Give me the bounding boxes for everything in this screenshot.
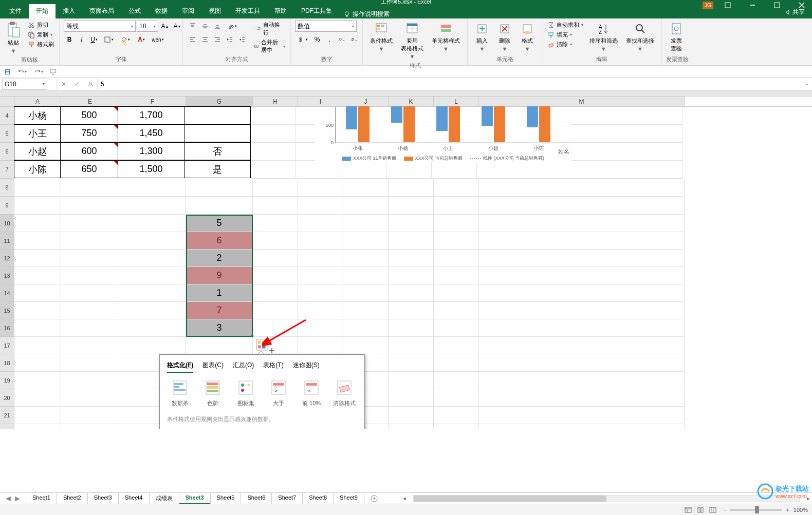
col-header-J[interactable]: J: [343, 97, 389, 106]
align-bottom-button[interactable]: [212, 21, 223, 32]
row-header-16[interactable]: 16: [0, 319, 14, 337]
tab-formulas[interactable]: 公式: [121, 4, 148, 18]
share-button[interactable]: 共享: [780, 6, 809, 18]
cell-H6[interactable]: [251, 143, 296, 161]
copy-button[interactable]: 复制▾: [27, 30, 55, 39]
cell-F9[interactable]: [119, 197, 186, 215]
phonetic-button[interactable]: wén▾: [150, 34, 165, 45]
row-header-10[interactable]: 10: [0, 215, 14, 232]
cell-I17[interactable]: [298, 337, 343, 354]
cell-A12[interactable]: [14, 250, 61, 267]
formula-input[interactable]: 5: [98, 81, 802, 88]
col-header-A[interactable]: A: [14, 97, 61, 106]
cell-G10[interactable]: 5: [186, 215, 253, 232]
cell-J8[interactable]: [343, 179, 389, 197]
cell-G16[interactable]: 3: [186, 319, 253, 337]
cell-K8[interactable]: [389, 179, 434, 197]
delete-cells-button[interactable]: 删除▼: [494, 21, 515, 53]
cell-F7[interactable]: 1,500: [118, 160, 184, 178]
zoom-in-button[interactable]: +: [786, 507, 789, 513]
cell-L18[interactable]: [434, 354, 479, 372]
cell-E18[interactable]: [61, 354, 119, 372]
cell-F17[interactable]: [119, 337, 186, 354]
cell-I14[interactable]: [298, 284, 343, 302]
cell-G4[interactable]: [184, 106, 251, 124]
cell-G15[interactable]: 7: [186, 302, 253, 319]
row-header-11[interactable]: 11: [0, 232, 14, 250]
cell-J9[interactable]: [343, 197, 389, 215]
cell-F10[interactable]: [119, 215, 186, 232]
cell-E9[interactable]: [61, 197, 119, 215]
cell-M19[interactable]: [479, 372, 685, 389]
cell-J12[interactable]: [343, 250, 389, 267]
cell-H16[interactable]: [253, 319, 298, 337]
add-sheet-button[interactable]: [368, 495, 380, 502]
cell-M14[interactable]: [479, 284, 685, 302]
row-header-8[interactable]: 8: [0, 179, 14, 197]
cell-J16[interactable]: [343, 319, 389, 337]
cell-A21[interactable]: [14, 407, 61, 424]
row-header-5[interactable]: 5: [0, 125, 14, 143]
col-header-G[interactable]: G: [186, 97, 253, 106]
qa-opt-greater[interactable]: >大于: [266, 379, 291, 407]
qa-opt-clear[interactable]: 清除格式: [331, 379, 357, 407]
qat-redo-button[interactable]: ▾: [31, 67, 46, 77]
cell-J11[interactable]: [343, 232, 389, 250]
cell-A14[interactable]: [14, 284, 61, 302]
cell-E13[interactable]: [61, 267, 119, 284]
cell-E8[interactable]: [61, 179, 119, 197]
cell-E11[interactable]: [61, 232, 119, 250]
view-page-break-button[interactable]: [707, 505, 719, 514]
cell-E7[interactable]: 650: [60, 160, 118, 178]
cell-K21[interactable]: [389, 407, 434, 424]
cell-G5[interactable]: [184, 124, 251, 142]
qa-opt-top10[interactable]: %前 10%: [299, 379, 324, 407]
row-header-18[interactable]: 18: [0, 354, 14, 372]
cell-K20[interactable]: [389, 389, 434, 407]
view-normal-button[interactable]: [682, 505, 694, 514]
qa-tab-tables[interactable]: 表格(T): [263, 361, 283, 373]
fill-color-button[interactable]: ▾: [117, 34, 133, 45]
cell-F14[interactable]: [119, 284, 186, 302]
tab-review[interactable]: 审阅: [175, 4, 201, 18]
cell-I13[interactable]: [298, 267, 343, 284]
sheet-tab[interactable]: Sheet6: [241, 493, 272, 504]
cell-F16[interactable]: [119, 319, 186, 337]
cell-F15[interactable]: [119, 302, 186, 319]
cell-G13[interactable]: 9: [186, 267, 253, 284]
embedded-chart[interactable]: 500 0 姓名 XXX公司 11月销售额 XXX公司 当前总销售额 线性 (X…: [315, 107, 571, 162]
row-header-7[interactable]: 7: [0, 161, 14, 179]
invoice-verify-button[interactable]: 发票 查验: [666, 21, 687, 53]
cell-K10[interactable]: [389, 215, 434, 232]
cell-G12[interactable]: 2: [186, 250, 253, 267]
decrease-decimal-button[interactable]: .0: [348, 34, 360, 45]
row-header-6[interactable]: 6: [0, 143, 14, 161]
cell-A16[interactable]: [14, 319, 61, 337]
row-header-17[interactable]: 17: [0, 337, 14, 354]
cell-I11[interactable]: [298, 232, 343, 250]
zoom-slider[interactable]: [730, 509, 782, 511]
cell-G8[interactable]: [186, 179, 253, 197]
cell-F11[interactable]: [119, 232, 186, 250]
col-header-I[interactable]: I: [298, 97, 343, 106]
col-header-K[interactable]: K: [389, 97, 434, 106]
cell-K17[interactable]: [389, 337, 434, 354]
insert-cells-button[interactable]: 插入▼: [472, 21, 492, 53]
enter-formula-button[interactable]: ✓: [70, 79, 84, 90]
cell-L15[interactable]: [434, 302, 479, 319]
cell-E19[interactable]: [61, 372, 119, 389]
decrease-indent-button[interactable]: [224, 34, 235, 45]
sheet-nav-next[interactable]: ►: [13, 494, 22, 503]
format-painter-button[interactable]: 格式刷: [27, 40, 55, 49]
clear-button[interactable]: 清除▾: [546, 40, 584, 49]
cell-A22[interactable]: [14, 424, 61, 429]
font-name-combo[interactable]: 等线▾: [64, 21, 136, 32]
font-size-combo[interactable]: 18▾: [137, 21, 158, 32]
cell-E14[interactable]: [61, 284, 119, 302]
align-right-button[interactable]: [212, 34, 223, 45]
find-select-button[interactable]: 查找和选择▼: [623, 21, 657, 53]
cell-M20[interactable]: [479, 389, 685, 407]
row-header-9[interactable]: 9: [0, 197, 14, 215]
expand-formula-bar-button[interactable]: ⌄: [802, 82, 812, 86]
cell-A4[interactable]: 小杨: [14, 106, 61, 124]
